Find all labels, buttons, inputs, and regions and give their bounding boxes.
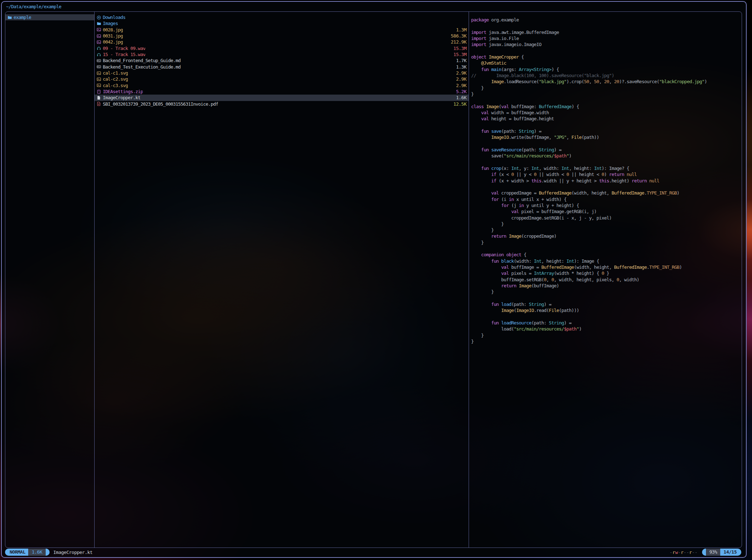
- statusbar-pill-cap: [46, 549, 50, 556]
- code-line: return Image(buffImage): [471, 283, 742, 289]
- file-row[interactable]: IDEAsettings.zip5.2K: [95, 89, 469, 95]
- folder-icon: [7, 15, 14, 20]
- file-size: 1.3M: [456, 27, 466, 32]
- code-line: @JvmStatic: [471, 60, 742, 66]
- code-line: if (x < 0 || y < 0 || width < 0 || heigh…: [471, 171, 742, 177]
- file-row[interactable]: Backend_Frontend_Setup_Guide.md1.7K: [95, 57, 469, 64]
- file-name: Backend_Frontend_Setup_Guide.md: [103, 58, 181, 63]
- code-line: object ImageCropper {: [471, 54, 742, 60]
- file-name: ImageCropper.kt: [103, 95, 140, 100]
- file-row[interactable]: 09 - Track 09.wav15.3M: [95, 45, 469, 51]
- file-name: example: [14, 15, 31, 20]
- image-icon: [97, 77, 103, 81]
- download-icon: [97, 15, 103, 20]
- code-line: fun saveResource(path: String) =: [471, 147, 742, 153]
- code-line: [471, 48, 742, 54]
- code-line: if (x + width > this.width || y + height…: [471, 178, 742, 184]
- code-line: return Image(croppedImage): [471, 233, 742, 239]
- code-line: fun main(args: Array<String>) {: [471, 66, 742, 72]
- code-line: // Image.black(100, 100).saveResource("b…: [471, 72, 742, 79]
- code-line: fun black(width: Int, height: Int): Imag…: [471, 258, 742, 264]
- code-line: fun load(path: String) =: [471, 301, 742, 307]
- file-row[interactable]: Images: [95, 20, 469, 26]
- markdown-icon: [97, 65, 103, 69]
- code-line: ImageIO.write(buffImage, "JPG", File(pat…: [471, 134, 742, 140]
- file-size: 2.9K: [456, 76, 466, 82]
- file-size: 1.6K: [456, 95, 466, 100]
- pdf-icon: [97, 102, 103, 106]
- code-line: load("src/main/resources/$path"): [471, 326, 742, 332]
- code-line: [471, 97, 742, 103]
- file-name: 0028.jpg: [103, 27, 123, 32]
- status-bar-right: -rw-r--r-- 93% 14/15: [670, 549, 741, 556]
- code-line: fun crop(x: Int, y: Int, width: Int, hei…: [471, 165, 742, 171]
- code-line: import javax.imageio.ImageIO: [471, 41, 742, 47]
- code-line: fun save(path: String) =: [471, 128, 742, 134]
- code-line: [471, 122, 742, 128]
- code-line: for (j in y until y + height) {: [471, 202, 742, 208]
- code-line: }: [471, 221, 742, 227]
- code-line: }: [471, 227, 742, 233]
- preview-scroll-percent: 93%: [706, 549, 720, 556]
- file-name: IDEAsettings.zip: [103, 89, 143, 94]
- file-row[interactable]: cal-c3.svg2.9K: [95, 82, 469, 89]
- file-row[interactable]: 0028.jpg1.3M: [95, 27, 469, 33]
- current-path-title: ~/Data/example/example: [6, 2, 61, 11]
- code-line: for (i in x until x + width) {: [471, 196, 742, 202]
- image-icon: [97, 83, 103, 87]
- parent-dir-item[interactable]: example: [5, 14, 94, 20]
- file-row[interactable]: cal-c1.svg2.9K: [95, 70, 469, 76]
- file-row[interactable]: 0031.jpg586.3K: [95, 33, 469, 39]
- yazi-panes: example DownloadsImages0028.jpg1.3M0031.…: [5, 11, 742, 548]
- code-line: }: [471, 338, 742, 344]
- statusbar-pill-cap: [702, 549, 706, 556]
- code-line: class Image(val buffImage: BufferedImage…: [471, 104, 742, 110]
- file-row[interactable]: 0042.jpg212.9K: [95, 39, 469, 45]
- file-permissions: -rw-r--r--: [670, 550, 697, 555]
- file-icon: [97, 96, 103, 100]
- file-row[interactable]: SBI_0032013739_2023_DE05_0003155631Invoi…: [95, 101, 469, 107]
- file-name: Backend_Test_Execution_Guide.md: [103, 64, 181, 70]
- file-size: 1.7K: [456, 58, 466, 63]
- code-line: Image(ImageIO.read(File(path))): [471, 307, 742, 313]
- preview-pane[interactable]: package org.example import java.awt.imag…: [469, 12, 742, 548]
- code-line: val height = buffImage.height: [471, 116, 742, 122]
- code-line: package org.example: [471, 17, 742, 23]
- file-size: 586.3K: [451, 33, 466, 39]
- code-line: fun loadResource(path: String) =: [471, 320, 742, 326]
- mode-badge: NORMAL: [5, 549, 28, 556]
- file-row[interactable]: Backend_Test_Execution_Guide.md1.3K: [95, 64, 469, 70]
- code-line: [471, 295, 742, 301]
- code-line: croppedImage.setRGB(i - x, j - y, pixel): [471, 215, 742, 221]
- file-size: 212.9K: [451, 39, 466, 45]
- code-line: save("src/main/resources/$path"): [471, 153, 742, 159]
- file-row[interactable]: ImageCropper.kt1.6K: [95, 95, 469, 101]
- code-line: [471, 159, 742, 165]
- code-line: [471, 184, 742, 190]
- code-line: val buffImage = BufferedImage(width, hei…: [471, 264, 742, 270]
- file-name: 0031.jpg: [103, 33, 123, 39]
- code-line: [471, 23, 742, 29]
- code-line: val width = buffImage.width: [471, 110, 742, 116]
- file-row[interactable]: 15 - Track 15.wav15.3M: [95, 51, 469, 57]
- file-size: 2.9K: [456, 70, 466, 76]
- folder-icon: [97, 21, 103, 26]
- status-bar: NORMAL 1.6K ImageCropper.kt -rw-r--r-- 9…: [5, 549, 741, 556]
- zip-icon: [97, 90, 103, 94]
- file-name: cal-c1.svg: [103, 70, 128, 76]
- file-row[interactable]: cal-c2.svg2.9K: [95, 76, 469, 82]
- parent-directory-pane[interactable]: example: [5, 12, 95, 548]
- code-line: [471, 141, 742, 147]
- markdown-icon: [97, 59, 103, 63]
- file-size: 12.5K: [453, 101, 466, 107]
- file-name: 15 - Track 15.wav: [103, 52, 145, 57]
- code-line: val pixels = IntArray(width * height) { …: [471, 270, 742, 276]
- selected-filename: ImageCropper.kt: [53, 550, 92, 555]
- code-line: buffImage.setRGB(0, 0, width, height, pi…: [471, 277, 742, 283]
- cursor-position-badge: 14/15: [720, 549, 741, 556]
- file-name: Downloads: [103, 15, 125, 20]
- code-line: }: [471, 289, 742, 295]
- file-name: 0042.jpg: [103, 39, 123, 45]
- file-list-pane[interactable]: DownloadsImages0028.jpg1.3M0031.jpg586.3…: [95, 12, 469, 548]
- file-row[interactable]: Downloads: [95, 14, 469, 20]
